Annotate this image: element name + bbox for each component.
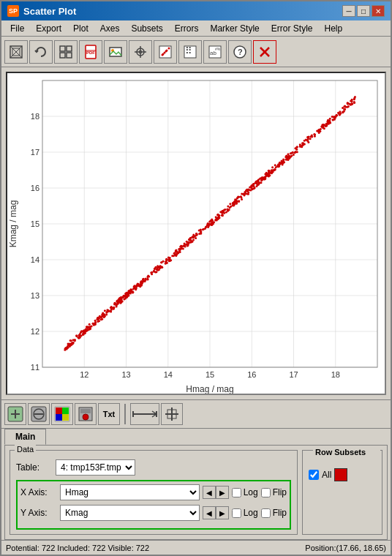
help-button[interactable]: ? [228, 40, 252, 64]
svg-point-22 [162, 53, 165, 55]
y-log-checkbox-label: Log [232, 508, 258, 518]
x-axis-nav: ◀ ▶ [203, 486, 229, 499]
svg-rect-40 [56, 407, 62, 414]
row-subsets-title: Row Subsets [313, 448, 380, 457]
chart-area [1, 67, 391, 399]
table-select[interactable]: 4: tmp153F.tmp [56, 459, 135, 476]
colormap-button[interactable] [51, 403, 73, 425]
scatter-plot-chart[interactable] [6, 72, 386, 395]
subset-all-color [334, 468, 347, 481]
main-panel: Data Table: 4: tmp153F.tmp X Axis: Hmag [4, 445, 388, 540]
image-button[interactable] [104, 40, 127, 64]
svg-point-46 [83, 414, 88, 420]
minimize-button[interactable]: ─ [342, 5, 355, 17]
svg-rect-6 [60, 53, 65, 58]
remove-subset-button[interactable] [28, 403, 50, 425]
x-log-checkbox[interactable] [232, 488, 241, 497]
refresh-button[interactable] [29, 40, 53, 64]
menu-marker-style[interactable]: Marker Style [204, 22, 265, 34]
pdf-button[interactable]: PDF [79, 40, 102, 64]
text-export-button[interactable]: ab #% [203, 40, 227, 64]
y-axis-prev-button[interactable]: ◀ [203, 506, 216, 519]
y-flip-checkbox[interactable] [261, 508, 271, 518]
add-subset-button[interactable] [4, 403, 26, 425]
menu-bar: File Export Plot Axes Subsets Errors Mar… [1, 20, 391, 37]
scatter-icon-button[interactable] [154, 40, 177, 64]
svg-rect-43 [62, 414, 69, 421]
x-flip-checkbox[interactable] [261, 488, 271, 497]
svg-text:?: ? [238, 48, 243, 56]
bottom-toolbar: Txt [1, 399, 391, 429]
export-data-button[interactable] [75, 403, 97, 425]
window-title: Scatter Plot [23, 6, 76, 17]
menu-file[interactable]: File [4, 22, 30, 34]
x-axis-prev-button[interactable]: ◀ [203, 486, 216, 499]
home-button[interactable] [4, 40, 28, 64]
x-axis-next-button[interactable]: ▶ [216, 486, 229, 499]
svg-rect-45 [80, 409, 91, 413]
svg-point-21 [168, 47, 170, 49]
ruler-button[interactable] [130, 403, 159, 425]
svg-rect-41 [62, 407, 69, 414]
main-toolbar: PDF [1, 37, 391, 67]
crosshair2-button[interactable] [161, 403, 183, 425]
svg-text:#%: #% [215, 47, 221, 51]
tab-bar: Main [4, 429, 388, 445]
svg-rect-42 [56, 414, 62, 421]
y-log-checkbox[interactable] [232, 508, 241, 518]
grid-button[interactable] [54, 40, 78, 64]
title-bar: SP Scatter Plot ─ □ ✕ [1, 1, 391, 20]
app-icon: SP [7, 5, 19, 17]
axes-section: X Axis: Hmag ◀ ▶ Log [16, 480, 291, 530]
panel-row: Data Table: 4: tmp153F.tmp X Axis: Hmag [10, 450, 382, 535]
y-axis-next-button[interactable]: ▶ [216, 506, 229, 519]
title-buttons: ─ □ ✕ [342, 5, 385, 17]
menu-plot[interactable]: Plot [67, 22, 94, 34]
dots-button[interactable]: ⠿ [178, 40, 202, 64]
text-button[interactable]: Txt [98, 403, 120, 425]
close-button[interactable]: ✕ [372, 5, 385, 17]
y-axis-row: Y Axis: Kmag ◀ ▶ Log [20, 505, 287, 521]
menu-subsets[interactable]: Subsets [125, 22, 168, 34]
svg-rect-4 [60, 46, 65, 51]
svg-rect-11 [110, 48, 121, 56]
x-axis-select[interactable]: Hmag [60, 484, 200, 500]
toolbar-separator [124, 404, 126, 424]
status-bar: Potential: 722 Included: 722 Visible: 72… [1, 540, 391, 555]
x-axis-label: X Axis: [20, 487, 57, 497]
close-plot-button[interactable] [253, 40, 276, 64]
table-label: Table: [16, 462, 53, 473]
svg-rect-5 [67, 46, 72, 51]
y-axis-select[interactable]: Kmag [60, 505, 200, 521]
subset-all-row: All [309, 468, 376, 481]
main-window: SP Scatter Plot ─ □ ✕ File Export Plot A… [0, 0, 392, 556]
menu-axes[interactable]: Axes [94, 22, 126, 34]
svg-point-23 [165, 50, 167, 52]
status-right: Position:(17.66, 18.65) [305, 542, 386, 553]
status-left: Potential: 722 Included: 722 Visible: 72… [6, 542, 149, 553]
table-field-row: Table: 4: tmp153F.tmp [16, 459, 291, 476]
svg-text:PDF: PDF [86, 50, 95, 55]
x-flip-checkbox-label: Flip [261, 487, 287, 497]
y-axis-nav: ◀ ▶ [203, 506, 229, 519]
x-log-checkbox-label: Log [232, 487, 258, 497]
tab-main[interactable]: Main [4, 429, 46, 445]
menu-error-style[interactable]: Error Style [265, 22, 319, 34]
scatter-canvas [7, 73, 385, 394]
y-flip-checkbox-label: Flip [261, 508, 287, 518]
row-subsets-section: Row Subsets All [302, 450, 382, 535]
x-axis-row: X Axis: Hmag ◀ ▶ Log [20, 484, 287, 500]
subset-all-label: All [322, 470, 331, 480]
svg-rect-7 [67, 53, 72, 58]
data-section-title: Data [15, 445, 36, 454]
y-axis-label: Y Axis: [20, 508, 57, 518]
menu-export[interactable]: Export [30, 22, 67, 34]
menu-errors[interactable]: Errors [169, 22, 205, 34]
maximize-button[interactable]: □ [357, 5, 370, 17]
crosshair-button[interactable] [129, 40, 152, 64]
svg-text:⠿: ⠿ [185, 45, 192, 56]
tabs-container: Main [1, 429, 391, 445]
menu-help[interactable]: Help [318, 22, 348, 34]
subset-all-checkbox[interactable] [309, 470, 319, 480]
data-section: Data Table: 4: tmp153F.tmp X Axis: Hmag [10, 450, 298, 535]
